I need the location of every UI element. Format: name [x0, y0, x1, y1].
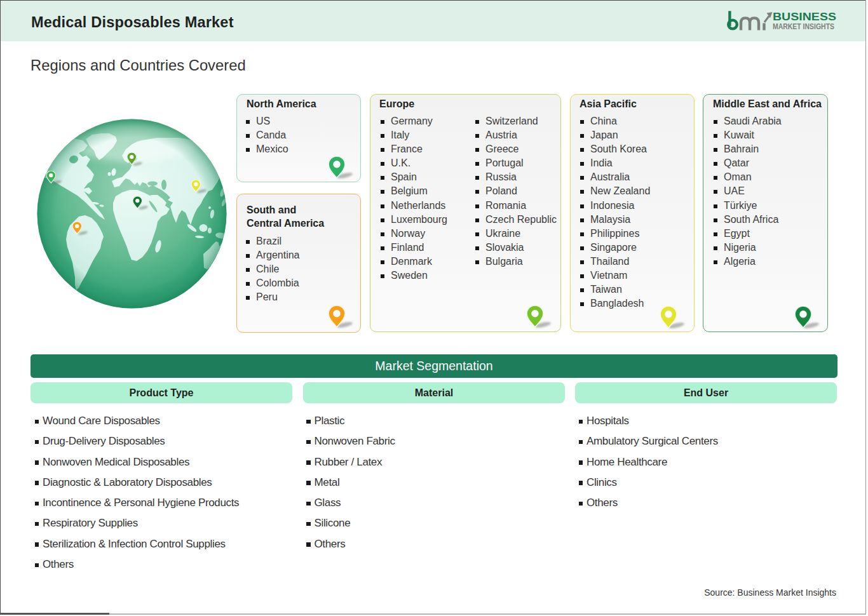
svg-text:BUSINESS: BUSINESS [773, 11, 836, 22]
svg-text:MARKET INSIGHTS: MARKET INSIGHTS [773, 22, 834, 31]
